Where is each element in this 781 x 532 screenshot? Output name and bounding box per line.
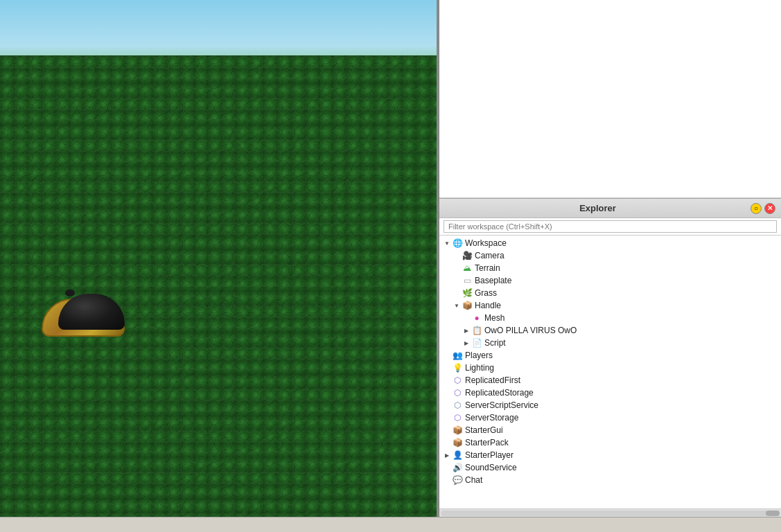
tree-label-sound-service: SoundService	[465, 463, 517, 472]
tree-item-starter-pack[interactable]: 📦StarterPack	[439, 436, 781, 449]
tree-label-replicated-first: ReplicatedFirst	[465, 375, 520, 385]
tree-label-server-script-service: ServerScriptService	[465, 400, 538, 410]
scrollbar-track[interactable]	[441, 511, 780, 516]
helmet-bump	[65, 290, 75, 296]
right-panel: Explorer ○ ✕ 🌐Workspace🎥Camera⛰Terrain▭B…	[439, 0, 781, 517]
tree-item-terrain[interactable]: ⛰Terrain	[439, 262, 781, 274]
scrollbar-area	[439, 508, 781, 517]
tree-label-starter-gui: StarterGui	[465, 425, 503, 435]
helmet-outer	[42, 299, 125, 337]
tree-arrow-owo[interactable]	[462, 326, 471, 335]
tree-item-script[interactable]: 📄Script	[439, 337, 781, 349]
tree-item-server-script-service[interactable]: ⬡ServerScriptService	[439, 399, 781, 411]
main-area: Explorer ○ ✕ 🌐Workspace🎥Camera⛰Terrain▭B…	[0, 0, 781, 517]
tree-label-grass: Grass	[475, 288, 497, 298]
tree-icon-camera: 🎥	[462, 250, 473, 261]
explorer-search	[439, 218, 781, 236]
tree-arrow-handle[interactable]	[452, 301, 462, 310]
tree-item-players[interactable]: 👥Players	[439, 349, 781, 362]
tree-item-starter-player[interactable]: 👤StarterPlayer	[439, 449, 781, 461]
tree-arrow-workspace[interactable]	[442, 238, 452, 248]
tree-item-replicated-storage[interactable]: ⬡ReplicatedStorage	[439, 387, 781, 399]
tree-icon-handle: 📦	[462, 300, 473, 311]
tree-item-mesh[interactable]: ●Mesh	[439, 312, 781, 324]
tree-icon-lighting: 💡	[452, 362, 463, 373]
tree-label-camera: Camera	[475, 251, 504, 260]
explorer-header: Explorer ○ ✕	[439, 199, 781, 218]
tree-item-replicated-first[interactable]: ⬡ReplicatedFirst	[439, 374, 781, 387]
viewport[interactable]	[0, 0, 437, 517]
tree-label-replicated-storage: ReplicatedStorage	[465, 388, 534, 398]
tree-label-lighting: Lighting	[465, 363, 494, 373]
tree-icon-starter-gui: 📦	[452, 425, 463, 436]
tree-label-starter-player: StarterPlayer	[465, 450, 514, 460]
tree-icon-mesh: ●	[471, 312, 482, 323]
tree-item-camera[interactable]: 🎥Camera	[439, 249, 781, 262]
tree-label-baseplate: Baseplate	[475, 276, 511, 285]
explorer-panel: Explorer ○ ✕ 🌐Workspace🎥Camera⛰Terrain▭B…	[439, 198, 781, 517]
scrollbar-thumb[interactable]	[766, 511, 780, 516]
tree-label-mesh: Mesh	[484, 313, 504, 323]
tree-icon-players: 👥	[452, 350, 463, 361]
tree-icon-workspace: 🌐	[452, 238, 463, 249]
tree-icon-baseplate: ▭	[462, 275, 473, 286]
explorer-controls: ○ ✕	[751, 203, 775, 214]
tree-label-terrain: Terrain	[475, 263, 500, 273]
tree-icon-chat: 💬	[452, 475, 463, 486]
explorer-tree[interactable]: 🌐Workspace🎥Camera⛰Terrain▭Baseplate🌿Gras…	[439, 236, 781, 508]
tree-item-lighting[interactable]: 💡Lighting	[439, 362, 781, 374]
tree-icon-starter-player: 👤	[452, 450, 463, 461]
tree-label-script: Script	[484, 338, 506, 348]
tree-item-handle[interactable]: 📦Handle	[439, 299, 781, 312]
tree-item-server-storage[interactable]: ⬡ServerStorage	[439, 411, 781, 424]
tree-icon-sound-service: 🔊	[452, 462, 463, 473]
tree-label-starter-pack: StarterPack	[465, 438, 509, 447]
tree-icon-server-storage: ⬡	[452, 412, 463, 423]
tree-label-handle: Handle	[475, 301, 501, 310]
tree-label-owo: OwO PILLA VIRUS OwO	[484, 326, 577, 335]
tree-icon-starter-pack: 📦	[452, 437, 463, 448]
tree-icon-replicated-first: ⬡	[452, 375, 463, 386]
tree-item-sound-service[interactable]: 🔊SoundService	[439, 461, 781, 474]
close-button[interactable]: ✕	[764, 203, 775, 214]
properties-area	[439, 0, 781, 198]
tree-icon-server-script-service: ⬡	[452, 400, 463, 411]
tree-item-chat[interactable]: 💬Chat	[439, 474, 781, 486]
tree-label-chat: Chat	[465, 475, 482, 485]
helmet-inner	[58, 294, 125, 330]
tree-icon-owo: 📋	[471, 325, 482, 336]
search-input[interactable]	[444, 220, 777, 233]
tree-icon-grass: 🌿	[462, 287, 473, 299]
tree-arrow-starter-player[interactable]	[442, 450, 452, 460]
tree-label-server-storage: ServerStorage	[465, 413, 518, 423]
minimize-button[interactable]: ○	[751, 203, 762, 214]
status-bar	[0, 517, 781, 532]
tree-item-workspace[interactable]: 🌐Workspace	[439, 237, 781, 249]
tree-icon-script: 📄	[471, 337, 482, 348]
tree-item-starter-gui[interactable]: 📦StarterGui	[439, 424, 781, 436]
scene-object[interactable]	[35, 274, 132, 337]
tree-label-workspace: Workspace	[465, 238, 507, 248]
tree-icon-terrain: ⛰	[462, 263, 473, 274]
tree-item-owo[interactable]: 📋OwO PILLA VIRUS OwO	[439, 324, 781, 337]
tree-item-baseplate[interactable]: ▭Baseplate	[439, 274, 781, 287]
tree-icon-replicated-storage: ⬡	[452, 387, 463, 398]
tree-label-players: Players	[465, 351, 493, 360]
tree-arrow-script[interactable]	[462, 338, 471, 348]
tree-item-grass[interactable]: 🌿Grass	[439, 287, 781, 299]
explorer-title: Explorer	[445, 203, 751, 213]
